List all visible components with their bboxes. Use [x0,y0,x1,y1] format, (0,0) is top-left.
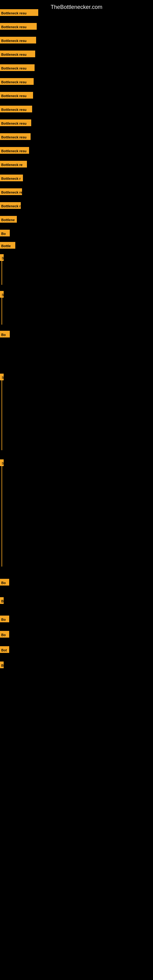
bar-label: Bottleneck r [0,202,21,209]
bar-item: Bottleneck resu [0,133,30,141]
vertical-line [2,291,2,325]
bar-label: Bo [0,631,9,638]
bar-label: Bottleneck r [0,175,23,181]
bar-label: Bo [0,616,9,622]
bar-item: Bottleneck resu [0,106,32,114]
bar-item: Bot [0,646,9,654]
bar-item: Bottleneck re [0,161,27,169]
bar-item: B [0,597,4,605]
bar-label: Bot [0,646,9,653]
bar-label: Bottleneck resu [0,64,35,71]
bar-item: Bottleneck resu [0,51,35,59]
bar-item: Bottleneck r [0,175,23,183]
bar-label: Bottleneck resu [0,119,31,126]
bar-item: Bottle [0,242,15,250]
bar-label: Bottleneck resu [0,133,30,140]
bar-item: B [0,662,4,670]
bar-label: Bo [0,230,10,236]
bar-label: Bottleneck resu [0,9,38,16]
bar-label: Bottleneck resu [0,37,36,43]
bar-item: Bottleneck resu [0,147,29,155]
bar-label: Bottleneck resu [0,106,32,112]
bar-label: Bottleneck resu [0,147,29,154]
bar-item: Bottlene [0,216,17,224]
bar-item: Bo [0,616,9,624]
bar-item: Bo [0,631,9,639]
bar-item: Bottleneck resu [0,37,36,45]
bar-label: Bottleneck resu [0,51,35,57]
bar-item: Bo [0,230,10,238]
bar-label: Bottle [0,242,15,249]
bar-label: Bottleneck re [0,161,27,167]
bar-label: Bo [0,579,9,585]
bar-item: Bottleneck resu [0,23,37,31]
bar-item: Bo [0,579,9,587]
bar-item: Bottleneck r [0,202,21,210]
bar-item: Bottleneck re [0,188,22,196]
bar-item: Bottleneck resu [0,78,33,86]
vertical-line [2,460,2,566]
bar-label: Bottleneck resu [0,23,37,30]
bar-label: B [0,662,4,668]
bar-item: Bottleneck resu [0,9,38,17]
vertical-line [2,254,2,285]
bar-item: Bottleneck resu [0,119,31,127]
bar-label: B [0,597,4,604]
bar-label: Bottleneck resu [0,92,33,99]
bar-label: Bottleneck resu [0,78,33,85]
bar-item: Bo [0,331,10,339]
bar-label: Bo [0,331,10,337]
bar-item: Bottleneck resu [0,64,35,72]
bar-item: Bottleneck resu [0,92,33,100]
vertical-line [2,374,2,450]
bar-label: Bottleneck re [0,188,22,195]
bar-label: Bottlene [0,216,17,223]
